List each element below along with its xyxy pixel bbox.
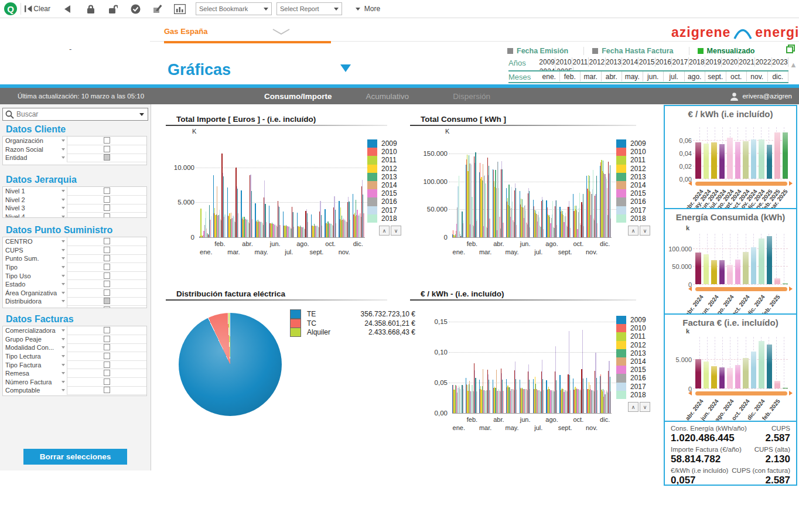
filter-field-label[interactable]: Organización <box>3 137 62 144</box>
filter-value-cell[interactable] <box>67 137 146 146</box>
filter-value-cell[interactable] <box>67 297 146 306</box>
bar[interactable] <box>556 225 557 237</box>
filter-value-cell[interactable] <box>67 352 146 361</box>
chevron-down-icon[interactable] <box>62 266 65 268</box>
checkbox-icon[interactable] <box>104 362 110 368</box>
filter-field-label[interactable]: Área Organizativa <box>3 289 62 296</box>
chevron-down-icon[interactable] <box>62 300 65 302</box>
checkbox-icon[interactable] <box>104 327 110 333</box>
more-button[interactable]: More <box>349 2 387 16</box>
filter-value-cell[interactable] <box>67 377 146 387</box>
month-option[interactable]: dic. <box>768 71 789 81</box>
bar[interactable] <box>704 254 709 284</box>
filter-value-cell[interactable] <box>67 154 146 163</box>
legend-item[interactable]: 2017 <box>616 383 646 391</box>
filter-value-cell[interactable] <box>67 279 146 289</box>
bar[interactable] <box>695 142 701 179</box>
filter-field-label[interactable]: Estado <box>3 281 62 288</box>
bar[interactable] <box>727 138 733 179</box>
bar[interactable] <box>767 145 773 179</box>
bar[interactable] <box>743 141 749 179</box>
checkbox-icon[interactable] <box>104 387 110 393</box>
filter-field-label[interactable]: Remesa <box>3 370 62 377</box>
pie-legend-item[interactable]: TC24.358.601,21 € <box>290 319 415 328</box>
filter-field-label[interactable]: Tipo Uso <box>3 272 62 279</box>
bar[interactable] <box>570 390 571 413</box>
bar[interactable] <box>503 391 503 413</box>
bar[interactable] <box>322 226 322 237</box>
filter-field-label[interactable]: Comercializadora <box>3 327 62 334</box>
filter-field-label[interactable]: Nivel 2 <box>3 196 62 203</box>
bar[interactable] <box>719 260 725 284</box>
legend-item[interactable]: 2017 <box>367 206 397 214</box>
month-option[interactable]: sept. <box>705 71 726 81</box>
year-option[interactable]: 2022 <box>755 57 771 67</box>
select-bookmark-dropdown[interactable]: Select Bookmark <box>196 2 272 15</box>
filter-value-cell[interactable] <box>67 262 146 272</box>
bar[interactable] <box>727 265 733 284</box>
bar[interactable] <box>308 222 308 237</box>
year-option[interactable]: 2015 <box>638 57 655 67</box>
filter-field-label[interactable]: Razon Social <box>3 146 62 153</box>
filter-triangle-icon[interactable] <box>340 64 351 72</box>
year-option[interactable]: 2017 <box>672 57 688 67</box>
tab-consumo-importe[interactable]: Consumo/Importe <box>264 92 332 101</box>
bar[interactable] <box>704 362 709 388</box>
bar[interactable] <box>293 227 294 237</box>
chevron-down-icon[interactable] <box>62 329 65 332</box>
checkbox-icon[interactable] <box>104 247 110 253</box>
filter-value-cell[interactable] <box>67 305 146 308</box>
bar[interactable] <box>503 223 503 237</box>
bar[interactable] <box>719 367 725 388</box>
bar[interactable] <box>530 227 530 237</box>
chart-tool-button[interactable] <box>171 2 189 16</box>
bar[interactable] <box>695 359 701 388</box>
year-option[interactable]: 2010 <box>555 57 572 67</box>
chevron-down-icon[interactable] <box>62 389 65 391</box>
bar[interactable] <box>783 132 788 179</box>
legend-item[interactable]: 2015 <box>616 189 646 197</box>
year-option[interactable]: 2009 <box>539 57 555 67</box>
legend-item[interactable]: 2011 <box>367 156 397 164</box>
filter-field-label[interactable]: Nivel 3 <box>3 204 62 212</box>
filter-value-cell[interactable] <box>67 369 146 378</box>
filter-value-cell[interactable] <box>67 245 146 255</box>
legend-item[interactable]: 2011 <box>616 332 646 340</box>
filter-value-cell[interactable] <box>67 386 146 395</box>
bar[interactable] <box>252 219 252 237</box>
filter-field-label[interactable]: Grupo Peaje <box>3 336 62 343</box>
legend-item[interactable]: 2015 <box>616 366 646 374</box>
filter-value-cell[interactable] <box>67 237 146 247</box>
legend-item[interactable]: 2010 <box>367 148 397 156</box>
filter-value-cell[interactable] <box>67 212 146 218</box>
filter-field-label[interactable]: CUPS <box>3 247 62 254</box>
scrollbar-track[interactable] <box>695 182 787 186</box>
checkbox-icon[interactable] <box>104 204 110 211</box>
filter-value-cell[interactable] <box>67 204 146 213</box>
bar[interactable] <box>783 388 788 389</box>
pie-legend-item[interactable]: TE356.732.723,10 € <box>290 309 415 319</box>
month-option[interactable]: feb. <box>560 71 581 81</box>
year-option[interactable]: 2021 <box>739 57 755 67</box>
bar[interactable] <box>774 381 780 388</box>
scroll-right-icon[interactable] <box>789 287 793 291</box>
legend-item[interactable]: 2016 <box>616 374 646 382</box>
filter-field-label[interactable]: Modalidad Con... <box>3 344 62 351</box>
checkbox-icon[interactable] <box>104 289 110 296</box>
legend-item[interactable]: 2014 <box>616 357 646 366</box>
legend-item[interactable]: 2018 <box>616 214 646 223</box>
checkbox-icon[interactable] <box>104 281 110 287</box>
legend-item[interactable]: 2015 <box>367 189 397 197</box>
filter-value-cell[interactable] <box>67 326 146 336</box>
bar[interactable] <box>489 219 490 237</box>
checkbox-icon[interactable] <box>104 272 110 279</box>
legend-item[interactable]: 2012 <box>367 165 397 173</box>
legend-item[interactable]: 2018 <box>616 391 646 399</box>
select-report-dropdown[interactable]: Select Report <box>276 2 342 15</box>
bar[interactable] <box>583 226 584 237</box>
month-option[interactable]: jul. <box>664 71 685 81</box>
toggle-fecha-hasta-factura[interactable]: Fecha Hasta Factura <box>592 47 673 55</box>
bar[interactable] <box>610 391 611 413</box>
filter-value-cell[interactable] <box>67 145 146 154</box>
bar[interactable] <box>556 390 557 413</box>
